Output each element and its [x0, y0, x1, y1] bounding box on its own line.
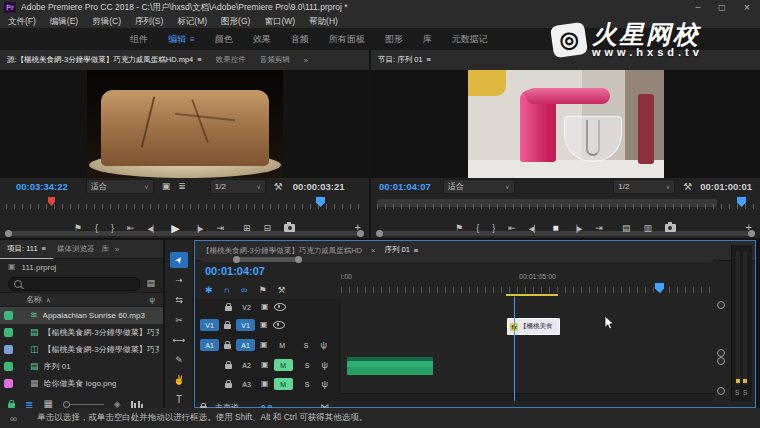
label-swatch[interactable] [4, 379, 13, 388]
stop-button[interactable]: ■ [553, 223, 559, 233]
nest-toggle-icon[interactable]: ✱ [205, 285, 213, 295]
source-fit-select[interactable]: 适合 ∨ [86, 179, 154, 194]
menu-clip[interactable]: 剪辑(C) [92, 16, 121, 28]
item-name[interactable]: 给你做美食 logo.png [44, 378, 117, 389]
sync-lock-icon[interactable]: ▣ [260, 321, 268, 329]
solo-button-a2[interactable]: S [298, 359, 317, 371]
track-lock-icon[interactable] [225, 383, 232, 388]
settings-wrench-icon[interactable]: ⚒ [274, 182, 283, 192]
timeline-timecode[interactable]: 00:01:04:07 [205, 265, 265, 277]
panel-menu-icon[interactable]: ≡ [414, 246, 418, 255]
scrollbar-thumb[interactable] [237, 257, 299, 262]
search-input[interactable] [8, 277, 140, 291]
source-patch-empty[interactable] [200, 378, 220, 390]
mark-out-button[interactable]: } [111, 224, 114, 233]
menu-file[interactable]: 文件(F) [8, 16, 36, 28]
source-video-area[interactable] [0, 70, 369, 178]
step-back-button[interactable]: ◀▏ [147, 225, 158, 232]
source-time-ruler[interactable] [6, 197, 363, 209]
sync-lock-icon[interactable]: ▣ [261, 361, 269, 369]
menu-marker[interactable]: 标记(M) [177, 16, 207, 28]
source-patch-empty[interactable] [200, 301, 220, 313]
pen-tool-button[interactable]: ✎ [170, 352, 188, 368]
track-lock-icon[interactable] [224, 344, 231, 349]
track-resize-handle[interactable] [717, 357, 725, 365]
step-forward-button[interactable]: ▕▶ [193, 225, 204, 232]
source-patch-empty[interactable] [200, 359, 220, 371]
zoom-slider[interactable] [63, 401, 104, 408]
track-resize-handle[interactable] [717, 301, 725, 309]
source-patch-v1[interactable]: V1 [200, 319, 219, 331]
export-frame-button[interactable] [284, 224, 295, 232]
item-name[interactable]: 【楊桃美食網-3分鐘學做菜】巧克力戚風蛋糕HD.mp4 [44, 327, 159, 338]
project-column-header[interactable]: 名称 ∧ ψ [0, 292, 163, 307]
menu-sequence[interactable]: 序列(S) [135, 16, 163, 28]
mark-in-button[interactable]: { [476, 224, 479, 233]
export-frame-button[interactable] [665, 224, 676, 232]
breadcrumb[interactable]: 111.prproj [22, 263, 57, 272]
source-button-editor[interactable]: + [355, 222, 361, 233]
source-resolution-select[interactable]: 1/2 ∨ [210, 179, 266, 194]
workspace-tab-assembly[interactable]: 组件 [130, 33, 148, 46]
menu-graphics[interactable]: 图形(G) [221, 16, 250, 28]
slip-tool-button[interactable]: ⟷ [170, 332, 188, 348]
menu-help[interactable]: 帮助(H) [309, 16, 338, 28]
item-name[interactable]: 序列 01 [44, 361, 71, 372]
close-button[interactable]: × [734, 0, 760, 15]
list-item[interactable]: ▤ 序列 01 [0, 358, 163, 375]
track-target-a3[interactable]: A3 [237, 378, 256, 390]
track-a1-lane[interactable] [341, 336, 713, 357]
track-v2-lane[interactable] [341, 299, 713, 318]
program-resolution-select[interactable]: 1/2 ∨ [613, 179, 675, 194]
media-browser-tab[interactable]: 媒体浏览器 [53, 240, 99, 258]
track-lock-icon[interactable] [224, 324, 231, 329]
go-to-out-button[interactable]: ⇥ [217, 224, 225, 233]
workspace-tab-menu-icon[interactable]: ≡ [190, 35, 195, 44]
voiceover-mic-icon[interactable]: ψ [322, 361, 328, 370]
solo-button-a3[interactable]: S [298, 378, 317, 390]
menu-window[interactable]: 窗口(W) [264, 16, 295, 28]
workspace-tab-graphics[interactable]: 图形 [385, 33, 403, 46]
timeline-clip-a2-audio[interactable] [347, 357, 433, 375]
track-lock-icon[interactable] [225, 364, 232, 369]
track-target-a1[interactable]: A1 [236, 339, 255, 351]
settings-wrench-icon[interactable]: ⚒ [683, 182, 692, 192]
voiceover-mic-icon[interactable]: ψ [321, 341, 327, 350]
track-resize-handle[interactable] [717, 387, 725, 395]
list-item[interactable]: ▦ 给你做美食 logo.png [0, 375, 163, 392]
source-patch-a1[interactable]: A1 [200, 339, 219, 351]
overwrite-button[interactable]: ⊟ [264, 224, 272, 233]
effect-controls-tab[interactable]: 效果控件 [209, 50, 253, 70]
selection-tool-button[interactable]: ➤ [170, 252, 188, 268]
list-item[interactable]: ◫ 【楊桃美食網-3分鐘學做菜】巧克力戚風蛋糕HD [0, 341, 163, 358]
meter-solo-right[interactable]: S [743, 389, 747, 396]
type-tool-button[interactable]: T [170, 392, 188, 408]
solo-button-a1[interactable]: S [297, 339, 316, 351]
mute-button-a2[interactable]: M [274, 359, 293, 371]
track-select-forward-tool-button[interactable]: ⇢ [170, 272, 188, 288]
libraries-tab[interactable]: 库 [98, 240, 112, 258]
timeline-zoom-scrollbar[interactable] [201, 257, 713, 262]
minimize-button[interactable]: – [686, 0, 710, 15]
panel-menu-icon[interactable]: ≡ [197, 55, 201, 64]
track-target-v2[interactable]: V2 [237, 301, 256, 313]
add-marker-button[interactable]: ⚑ [74, 224, 82, 233]
maximize-button[interactable]: ▢ [710, 0, 734, 15]
timeline-settings-wrench-icon[interactable]: ⚒ [278, 285, 286, 295]
workspace-tab-metadata[interactable]: 元数据记 [452, 33, 488, 46]
item-name[interactable]: 【楊桃美食網-3分鐘學做菜】巧克力戚風蛋糕HD [44, 344, 159, 355]
go-to-in-button[interactable]: ⇤ [508, 224, 516, 233]
razor-tool-button[interactable]: ✂ [170, 312, 188, 328]
tab-overflow-icon[interactable]: » [297, 50, 315, 70]
ripple-edit-tool-button[interactable]: ⇆ [170, 292, 188, 308]
workspace-tab-editing[interactable]: 编辑 ≡ [168, 33, 195, 46]
hand-tool-button[interactable]: ✌ [170, 372, 188, 388]
item-name[interactable]: Appalachian Sunrise 60.mp3 [43, 311, 145, 320]
label-swatch[interactable] [4, 311, 13, 320]
program-time-ruler[interactable] [377, 197, 754, 209]
workspace-tab-all-panels[interactable]: 所有面板 [329, 33, 365, 46]
lift-button[interactable]: ▤ [622, 224, 631, 233]
track-target-v1[interactable]: V1 [236, 319, 255, 331]
workspace-tab-effects[interactable]: 效果 [253, 33, 271, 46]
find-button[interactable] [131, 401, 144, 408]
